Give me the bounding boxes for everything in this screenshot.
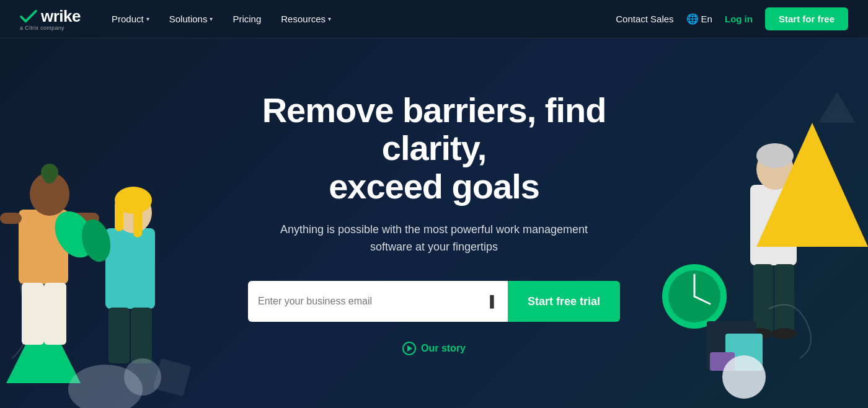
- svg-rect-10: [44, 283, 66, 345]
- hero-subtitle: Anything is possible with the most power…: [279, 221, 589, 257]
- nav-right: Contact Sales 🌐 En Log in Start for free: [616, 7, 848, 30]
- right-illustration: [645, 73, 868, 408]
- svg-rect-9: [22, 283, 44, 345]
- wrike-logo-icon: [20, 10, 37, 24]
- svg-point-38: [722, 355, 766, 399]
- login-button[interactable]: Log in: [725, 14, 753, 24]
- svg-rect-25: [753, 264, 773, 332]
- hero-title: Remove barriers, find clarity, exceed go…: [223, 91, 645, 206]
- email-input-wrapper: ▌: [248, 281, 508, 322]
- svg-point-24: [756, 143, 794, 168]
- svg-rect-15: [133, 200, 142, 237]
- logo-text: wrike: [41, 7, 81, 26]
- hero-content: Remove barriers, find clarity, exceed go…: [223, 91, 645, 355]
- nav-solutions[interactable]: Solutions ▾: [161, 9, 222, 29]
- hero-section: Remove barriers, find clarity, exceed go…: [0, 38, 868, 408]
- email-form: ▌ Start free trial: [248, 281, 620, 322]
- svg-rect-7: [0, 213, 22, 224]
- chevron-down-icon: ▾: [210, 16, 213, 22]
- logo[interactable]: wrike a Citrix company: [20, 7, 81, 31]
- chevron-down-icon: ▾: [328, 16, 331, 22]
- left-illustration: [0, 86, 211, 408]
- nav-product[interactable]: Product ▾: [103, 9, 158, 29]
- start-for-free-button[interactable]: Start for free: [765, 7, 848, 30]
- svg-rect-14: [115, 200, 123, 231]
- nav-resources[interactable]: Resources ▾: [272, 9, 340, 29]
- svg-point-20: [124, 358, 161, 396]
- svg-rect-17: [131, 308, 152, 363]
- svg-point-6: [43, 171, 56, 184]
- nav-links: Product ▾ Solutions ▾ Pricing Resources …: [103, 9, 616, 29]
- contact-sales-link[interactable]: Contact Sales: [616, 14, 673, 24]
- language-selector[interactable]: 🌐 En: [686, 13, 712, 25]
- svg-rect-21: [153, 358, 191, 396]
- play-icon: [402, 342, 416, 355]
- email-input[interactable]: [258, 296, 485, 307]
- logo-sub: a Citrix company: [20, 25, 64, 31]
- navbar: wrike a Citrix company Product ▾ Solutio…: [0, 0, 868, 38]
- svg-rect-11: [105, 228, 155, 309]
- email-cursor-icon: ▌: [490, 295, 498, 308]
- svg-rect-16: [108, 308, 130, 363]
- svg-point-28: [772, 328, 797, 339]
- globe-icon: 🌐: [686, 13, 699, 25]
- our-story-link[interactable]: Our story: [402, 342, 466, 355]
- play-triangle: [407, 345, 412, 352]
- chevron-down-icon: ▾: [146, 16, 149, 22]
- nav-pricing[interactable]: Pricing: [224, 9, 270, 29]
- svg-rect-26: [774, 264, 794, 332]
- svg-marker-39: [818, 92, 856, 123]
- start-trial-button[interactable]: Start free trial: [508, 281, 620, 322]
